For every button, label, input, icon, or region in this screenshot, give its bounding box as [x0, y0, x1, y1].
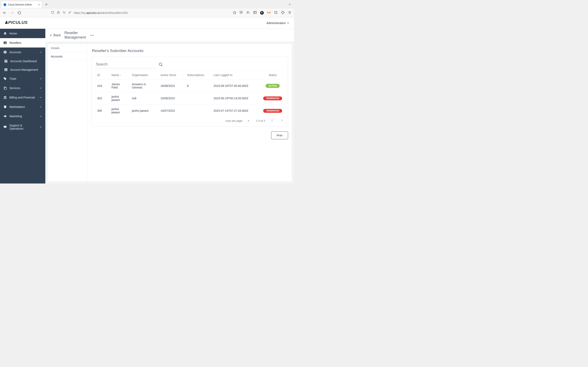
address-bar[interactable]: https://try.apiculus.io/admin/#/reseller…: [25, 11, 236, 15]
prev-button[interactable]: Prev: [271, 132, 288, 139]
chevron-down-icon: [39, 115, 42, 118]
cell-name: janhvijaware: [109, 92, 130, 105]
sidebar-item-label: Account Management: [10, 68, 38, 71]
dashboard-icon: [4, 59, 8, 63]
svg-rect-44: [4, 107, 6, 108]
col-active-since[interactable]: Active Since: [158, 71, 185, 80]
svg-point-29: [5, 51, 6, 52]
url-prefix: https://try.: [74, 11, 86, 15]
col-organisation[interactable]: Organisation: [130, 71, 158, 80]
bookmark-star-icon[interactable]: [233, 11, 236, 15]
rows-per-page-select[interactable]: [247, 119, 250, 122]
table-row[interactable]: 418JamesFieldAnswers inGenesis16/08/2023…: [95, 80, 284, 92]
col-name[interactable]: Name↑: [109, 71, 130, 80]
svg-point-27: [5, 42, 6, 43]
tag-icon: [3, 77, 7, 81]
sidebar-subitem-accounts-dashboard[interactable]: Accounts Dashboard: [0, 57, 45, 66]
svg-rect-40: [4, 97, 4, 99]
nav-back-button[interactable]: [2, 11, 7, 15]
url-host: apiculus.io: [86, 11, 100, 15]
svg-point-7: [69, 12, 70, 13]
caret-down-icon: [287, 22, 289, 24]
reader-icon[interactable]: [253, 11, 257, 15]
subnav-accounts[interactable]: Accounts: [48, 52, 87, 61]
cell-active-since: 16/08/2023: [158, 80, 185, 92]
dots-horizontal-icon: [90, 33, 94, 38]
sidebar-item-home[interactable]: Home: [0, 29, 45, 38]
svg-point-35: [6, 69, 7, 70]
cell-subscriptions: [185, 92, 212, 105]
extension-k-icon[interactable]: K: [260, 11, 264, 15]
cell-last-logged-in: 2023-08-16T07:40:46.000Z: [212, 80, 261, 92]
sidebar-item-label: Billing and Financial: [9, 96, 35, 99]
administration-menu[interactable]: Administration: [267, 21, 289, 25]
search-input[interactable]: [95, 60, 156, 68]
sidebar-item-marketing[interactable]: Marketing: [0, 111, 45, 121]
cell-organisation: indi: [130, 92, 158, 105]
extension-crop-icon[interactable]: [274, 11, 278, 15]
sidebar-subitem-account-management[interactable]: Account Management: [0, 66, 45, 74]
sidebar-item-trials[interactable]: Trials: [0, 74, 45, 83]
shield-icon[interactable]: [51, 11, 54, 15]
pocket-icon[interactable]: [239, 11, 243, 15]
col-last-logged-in[interactable]: Last Logged In: [212, 71, 261, 80]
extension-fox-icon[interactable]: [267, 11, 271, 15]
svg-line-13: [249, 11, 249, 14]
browser-tab[interactable]: Cloud Services Admin ×: [1, 1, 42, 8]
sidebar-item-resellers[interactable]: Resellers: [0, 38, 45, 48]
sidebar-item-services[interactable]: Services: [0, 83, 45, 93]
svg-line-51: [162, 65, 163, 66]
toolbar-extensions: K: [239, 11, 292, 15]
sidebar-item-support-operations[interactable]: Support & Operations: [0, 121, 45, 133]
svg-marker-39: [4, 96, 7, 97]
status-badge: TERMINATED: [263, 96, 282, 100]
cell-id: 395: [95, 105, 109, 117]
nav-reload-button[interactable]: [17, 11, 22, 15]
back-button[interactable]: Back: [49, 33, 61, 37]
sidebar-item-accounts[interactable]: Accounts: [0, 48, 45, 57]
cell-status: TERMINATED: [261, 105, 284, 117]
tab-overflow-button[interactable]: [287, 1, 293, 8]
browser-chrome: Cloud Services Admin × +: [0, 0, 294, 17]
search-icon[interactable]: [158, 62, 163, 67]
col-status[interactable]: Status: [261, 71, 284, 80]
status-badge: TERMINATED: [263, 109, 282, 113]
table-footer: rows per page: 1-3 of 3: [95, 117, 284, 123]
nav-forward-button[interactable]: [10, 11, 14, 15]
extensions-icon[interactable]: [281, 11, 285, 15]
svg-point-3: [63, 12, 64, 12]
permissions-icon[interactable]: [62, 11, 66, 15]
svg-point-47: [90, 35, 91, 36]
sidebar-item-marketplace[interactable]: Marketplace: [0, 102, 45, 111]
lock-icon[interactable]: [57, 11, 60, 15]
brand-logo[interactable]: APICULUS: [5, 20, 35, 26]
close-tab-icon[interactable]: ×: [38, 3, 40, 6]
col-id[interactable]: ID: [95, 71, 109, 80]
svg-rect-42: [6, 97, 6, 99]
key-icon[interactable]: [68, 11, 71, 15]
new-tab-button[interactable]: +: [43, 1, 49, 8]
svg-point-5: [65, 13, 65, 13]
col-subscriptions[interactable]: Subscriptions: [185, 71, 212, 80]
hamburger-menu-icon[interactable]: [288, 11, 292, 15]
url-text[interactable]: https://try.apiculus.io/admin/#/reseller…: [74, 11, 230, 15]
page-prev-button[interactable]: [271, 119, 274, 123]
browser-toolbar: https://try.apiculus.io/admin/#/reseller…: [0, 8, 294, 17]
svg-rect-2: [57, 12, 60, 13]
favicon-icon: [3, 3, 6, 6]
table-row[interactable]: 395janhvijawarejanhvi jaware14/07/202320…: [95, 105, 284, 117]
svg-rect-14: [254, 11, 256, 14]
person-card-icon: [3, 41, 7, 45]
page-next-button[interactable]: [280, 119, 283, 123]
subnav-details[interactable]: Details: [48, 44, 87, 52]
more-menu-button[interactable]: [90, 33, 94, 38]
chevron-down-icon: [39, 125, 42, 128]
sidebar-item-label: Marketing: [9, 115, 22, 118]
sidebar-item-billing[interactable]: Billing and Financial: [0, 93, 45, 102]
table-row[interactable]: 353janhvijawareindi15/06/20232023-06-19T…: [95, 92, 284, 105]
library-icon[interactable]: [246, 11, 250, 15]
svg-text:APICULUS: APICULUS: [5, 20, 27, 25]
bank-icon: [3, 96, 7, 99]
chevron-left-icon: [49, 34, 52, 37]
accounts-card: ID Name↑ Organisation Active Since Subsc…: [91, 57, 288, 127]
